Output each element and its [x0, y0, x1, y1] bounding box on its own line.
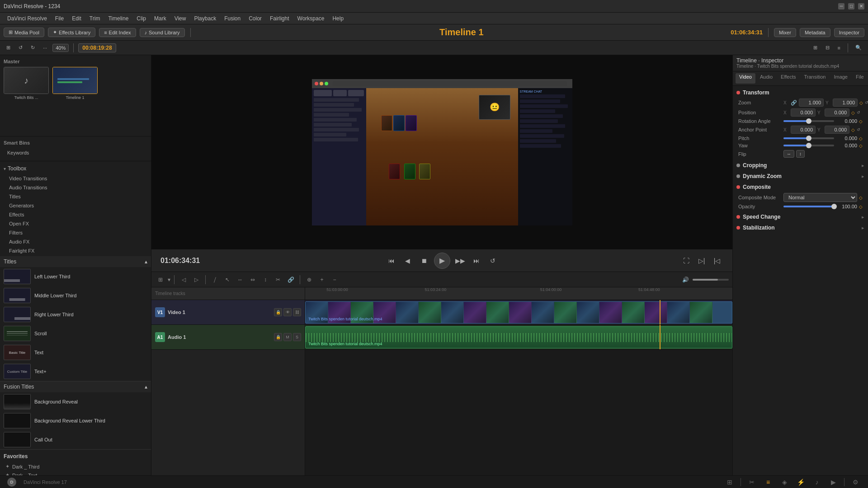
tab-video[interactable]: Video [736, 73, 755, 84]
tl-trim[interactable]: ↔ [235, 274, 245, 285]
video-transitions-item[interactable]: Video Transitions [0, 174, 151, 183]
tl-slide[interactable]: ↕ [260, 274, 271, 285]
settings-btn[interactable]: ⚙ [850, 477, 861, 488]
title-text-plus[interactable]: Custom Title Text+ [0, 362, 151, 381]
fusion-titles-header[interactable]: Fusion Titles ▴ [0, 381, 151, 392]
titles-item[interactable]: Titles [0, 192, 151, 201]
menu-fairlight[interactable]: Fairlight [266, 14, 293, 23]
go-to-end-button[interactable]: ⏭ [470, 254, 483, 267]
minimize-button[interactable]: ─ [838, 3, 844, 9]
next-frame-button[interactable]: ▷| [695, 254, 708, 267]
title-middle-lower-third[interactable]: Middle Lower Third [0, 286, 151, 305]
audio-fx-item[interactable]: Audio FX [0, 237, 151, 246]
rotation-keyframe[interactable]: ◇ [859, 119, 863, 124]
flip-h-button[interactable]: ↔ [783, 150, 794, 158]
tl-link[interactable]: 🔗 [285, 274, 296, 285]
sub-tb-btn-1[interactable]: ⊞ [4, 43, 13, 52]
opacity-slider[interactable] [783, 206, 834, 207]
generators-item[interactable]: Generators [0, 201, 151, 210]
rotation-slider[interactable] [783, 120, 834, 122]
tl-blade[interactable]: ⧸ [209, 274, 220, 285]
audio-clip-1[interactable]: Twitch Bits spenden tutorial deutsch.mp4 [305, 326, 732, 348]
zoom-link-icon[interactable]: 🔗 [791, 100, 797, 106]
tl-prev-edit[interactable]: ◁ [178, 274, 189, 285]
tl-next-edit[interactable]: ▷ [191, 274, 202, 285]
effects-item[interactable]: Effects [0, 210, 151, 219]
menu-help[interactable]: Help [329, 14, 347, 23]
play-button[interactable]: ▶ [434, 253, 450, 269]
tl-zoom-in[interactable]: + [316, 274, 327, 285]
media-pool-button[interactable]: ⊞ Media Pool [4, 28, 44, 37]
fusion-bg-reveal-lower-third[interactable]: Background Reveal Lower Third [0, 411, 151, 430]
audio-transitions-item[interactable]: Audio Transitions [0, 183, 151, 192]
favorite-dark-third[interactable]: ✦ Dark _ Third [4, 462, 147, 471]
tl-snap[interactable]: ⊕ [304, 274, 315, 285]
close-button[interactable]: ✕ [858, 3, 864, 9]
tl-view-options[interactable]: ⊞ [155, 274, 166, 285]
multi-view-btn[interactable]: ⊟ [823, 43, 832, 52]
position-keyframe[interactable]: ◇ [851, 110, 855, 115]
tab-transition[interactable]: Transition [801, 73, 830, 84]
opacity-keyframe[interactable]: ◇ [859, 204, 863, 209]
tl-audio-level[interactable]: 🔊 [680, 274, 691, 285]
tab-effects[interactable]: Effects [777, 73, 799, 84]
step-back-button[interactable]: ◀ [401, 254, 414, 267]
edit-page-btn[interactable]: ≡ [763, 477, 774, 488]
zoom-level[interactable]: 40% [52, 44, 69, 52]
fusion-call-out[interactable]: Call Out [0, 430, 151, 449]
loop-button[interactable]: ↺ [486, 254, 499, 267]
track-link-btn[interactable]: ⛓ [293, 308, 301, 316]
menu-file[interactable]: File [52, 14, 67, 23]
fusion-page-btn[interactable]: ◈ [779, 477, 790, 488]
anchor-x-input[interactable] [791, 126, 816, 134]
zoom-y-input[interactable] [833, 99, 858, 107]
menu-workspace[interactable]: Workspace [294, 14, 328, 23]
stabilization-header[interactable]: Stabilization ▸ [736, 225, 864, 231]
track-eye-btn[interactable]: 👁 [283, 308, 292, 316]
fairlight-fx-item[interactable]: Fairlight FX [0, 246, 151, 255]
stabilization-expand[interactable]: ▸ [862, 225, 864, 231]
metadata-button[interactable]: Metadata [800, 28, 830, 37]
menu-timeline[interactable]: Timeline [104, 14, 132, 23]
zoom-keyframe[interactable]: ◇ [859, 100, 863, 105]
menu-fusion[interactable]: Fusion [221, 14, 244, 23]
list-view-btn[interactable]: ≡ [835, 44, 843, 52]
pitch-keyframe[interactable]: ◇ [859, 136, 863, 141]
maximize-button[interactable]: □ [848, 3, 854, 9]
composite-mode-keyframe[interactable]: ◇ [859, 195, 863, 200]
view-options-btn[interactable]: ⊞ [811, 43, 820, 52]
favorite-dark-text[interactable]: ✦ Dark _ Text [4, 471, 147, 475]
dynamic-zoom-header[interactable]: Dynamic Zoom ▸ [736, 173, 864, 179]
yaw-keyframe[interactable]: ◇ [859, 143, 863, 148]
menu-mark[interactable]: Mark [151, 14, 170, 23]
step-forward-button[interactable]: ▶▶ [454, 254, 467, 267]
tl-slip[interactable]: ⇔ [247, 274, 258, 285]
effects-library-button[interactable]: ✦ Effects Library [48, 28, 95, 37]
sub-tb-btn-3[interactable]: ↻ [28, 43, 38, 52]
end-button[interactable]: |◁ [711, 254, 723, 267]
menu-trim[interactable]: Trim [86, 14, 104, 23]
menu-playback[interactable]: Playback [190, 14, 220, 23]
cropping-header[interactable]: Cropping ▸ [736, 162, 864, 169]
keywords-item[interactable]: Keywords [4, 148, 147, 157]
zoom-x-input[interactable] [799, 99, 824, 107]
zoom-reset[interactable]: ↺ [865, 100, 868, 105]
menu-clip[interactable]: Clip [133, 14, 150, 23]
fullscreen-button[interactable]: ⛶ [680, 254, 693, 267]
position-y-input[interactable] [825, 108, 849, 117]
pitch-slider[interactable] [783, 137, 834, 139]
tab-audio[interactable]: Audio [756, 73, 776, 84]
track-lock-btn[interactable]: 🔒 [274, 308, 282, 316]
deliver-page-btn[interactable]: ▶ [828, 477, 839, 488]
speed-change-expand[interactable]: ▸ [862, 214, 864, 220]
anchor-reset[interactable]: ↺ [857, 127, 860, 132]
yaw-slider[interactable] [783, 145, 834, 146]
composite-header[interactable]: Composite [736, 184, 864, 190]
menu-color[interactable]: Color [245, 14, 265, 23]
menu-view[interactable]: View [171, 14, 190, 23]
sound-library-button[interactable]: ♪ Sound Library [140, 28, 185, 37]
anchor-y-input[interactable] [825, 126, 849, 134]
edit-index-button[interactable]: ≡ Edit Index [99, 28, 136, 37]
color-page-btn[interactable]: ⚡ [795, 477, 806, 488]
menu-davinci[interactable]: DaVinci Resolve [4, 14, 51, 23]
